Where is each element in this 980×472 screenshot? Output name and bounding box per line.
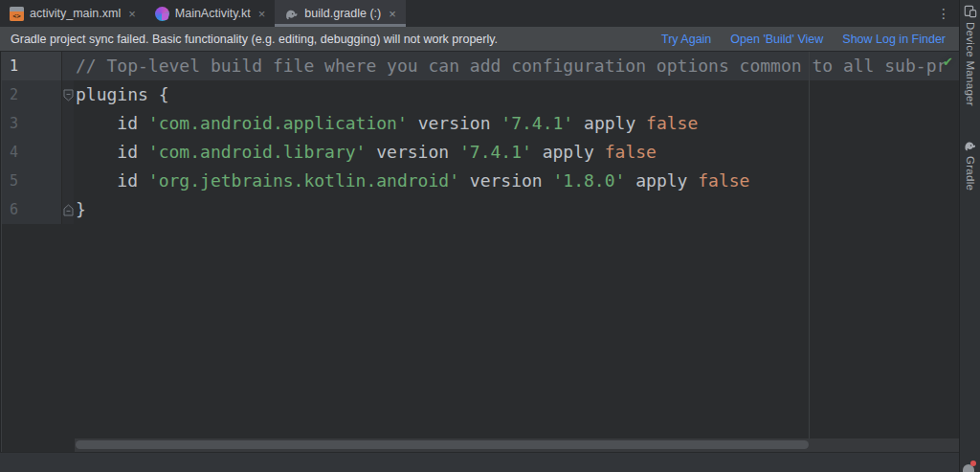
editor-pane: <> activity_main.xml × MainActivity.kt ×… (0, 0, 959, 472)
layout-xml-file-icon: <> (10, 7, 24, 21)
banner-actions: Try AgainOpen 'Build' ViewShow Log in Fi… (661, 33, 959, 46)
tab-build-gradle[interactable]: build.gradle (:) × (275, 0, 406, 27)
editor-tab-bar: <> activity_main.xml × MainActivity.kt ×… (0, 0, 959, 27)
horizontal-scrollbar-thumb[interactable] (76, 440, 809, 449)
banner-message: Gradle project sync failed. Basic functi… (0, 33, 498, 46)
line-number[interactable]: 4 (0, 138, 61, 167)
ide-window: <> activity_main.xml × MainActivity.kt ×… (0, 0, 980, 472)
inspections-ok-icon[interactable]: ✔ (943, 56, 953, 68)
code-line[interactable]: 4 id 'com.android.library' version '7.4.… (0, 138, 959, 167)
tool-label: Gradle (965, 156, 976, 191)
fold-marker-icon[interactable] (61, 80, 74, 109)
line-number[interactable]: 3 (0, 109, 61, 138)
tool-button-device-manager[interactable]: Device Manager (964, 5, 977, 106)
close-icon[interactable]: × (258, 7, 266, 21)
more-options-icon[interactable]: ⋮ (928, 7, 959, 20)
active-tab-underline (275, 24, 406, 27)
code-lines: 1// Top-level build file where you can a… (0, 52, 959, 224)
gradle-icon (963, 139, 977, 152)
editor-left-edge (0, 52, 2, 452)
code-text[interactable]: id 'org.jetbrains.kotlin.android' versio… (74, 167, 959, 195)
banner-action-link[interactable]: Open 'Build' View (730, 33, 823, 46)
horizontal-scrollbar[interactable] (75, 438, 959, 452)
gradle-sync-failed-banner: Gradle project sync failed. Basic functi… (0, 27, 959, 52)
kotlin-file-icon (155, 7, 169, 21)
gradle-sync-error-badge[interactable] (963, 461, 976, 472)
code-text[interactable]: plugins { (74, 80, 959, 109)
tab-activity-main-xml[interactable]: <> activity_main.xml × (0, 0, 145, 27)
status-bar-area (0, 452, 959, 472)
fold-marker-icon[interactable] (61, 195, 74, 224)
code-line[interactable]: 2plugins { (0, 80, 959, 109)
line-number[interactable]: 5 (0, 167, 61, 195)
code-text[interactable]: id 'com.android.application' version '7.… (74, 109, 959, 138)
tab-label: MainActivity.kt (175, 7, 251, 20)
code-editor[interactable]: 1// Top-level build file where you can a… (0, 52, 959, 452)
device-manager-icon (964, 5, 977, 18)
close-icon[interactable]: × (128, 7, 136, 21)
tab-mainactivity-kt[interactable]: MainActivity.kt × (145, 0, 276, 27)
code-line[interactable]: 6} (0, 195, 959, 224)
code-text[interactable]: // Top-level build file where you can ad… (74, 52, 959, 80)
tool-button-gradle[interactable]: Gradle (963, 139, 977, 191)
error-dot-icon (970, 461, 976, 466)
tool-label: Device Manager (965, 22, 976, 106)
code-line[interactable]: 3 id 'com.android.application' version '… (0, 109, 959, 138)
close-icon[interactable]: × (389, 7, 396, 21)
code-line[interactable]: 1// Top-level build file where you can a… (0, 52, 959, 80)
fold-column (61, 167, 74, 195)
code-text[interactable]: } (74, 195, 959, 224)
right-margin-guide (809, 52, 810, 438)
fold-column (61, 138, 74, 167)
line-number[interactable]: 1 (0, 52, 61, 80)
banner-action-link[interactable]: Try Again (661, 33, 711, 46)
right-tool-stripe: Device Manager Gradle (959, 0, 980, 472)
tab-label: activity_main.xml (30, 7, 121, 20)
fold-column (61, 109, 74, 138)
gradle-file-icon (284, 7, 299, 21)
code-text[interactable]: id 'com.android.library' version '7.4.1'… (74, 138, 959, 167)
line-number[interactable]: 6 (0, 195, 61, 224)
tab-label: build.gradle (:) (304, 7, 381, 20)
code-line[interactable]: 5 id 'org.jetbrains.kotlin.android' vers… (0, 167, 959, 195)
fold-column (61, 52, 74, 80)
banner-action-link[interactable]: Show Log in Finder (842, 33, 946, 46)
line-number[interactable]: 2 (0, 80, 61, 109)
